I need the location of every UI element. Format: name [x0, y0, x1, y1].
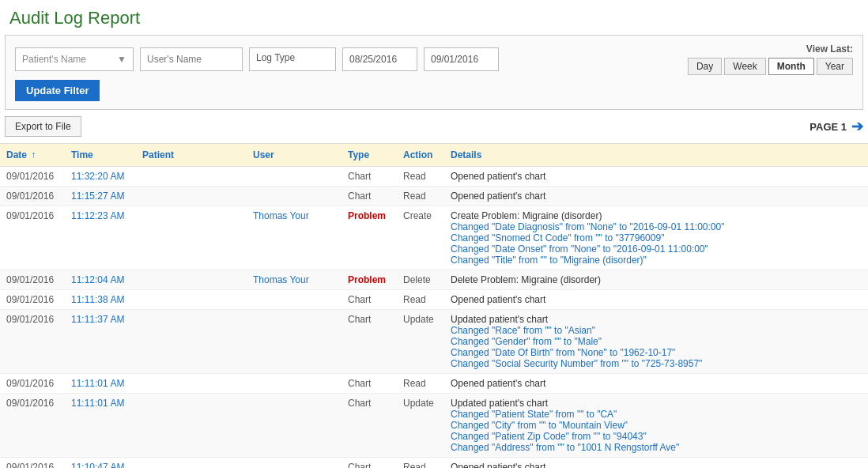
detail-link: Changed "Date Of Birth" from "None" to "…: [451, 347, 862, 358]
view-buttons: Day Week Month Year: [688, 58, 853, 75]
page-label: PAGE 1: [810, 121, 847, 133]
log-table: Date ↑ Time Patient User Type Action Det…: [0, 144, 868, 468]
cell-patient: [136, 206, 247, 270]
update-filter-row: Update Filter: [15, 75, 853, 101]
cell-details: Opened patient's chart: [444, 290, 868, 310]
detail-text: Opened patient's chart: [451, 294, 862, 305]
date-to-input[interactable]: [424, 47, 499, 71]
detail-link: Changed "Patient State" from "" to "CA": [451, 409, 862, 420]
view-year-btn[interactable]: Year: [817, 58, 853, 75]
date-sort-icon: ↑: [31, 149, 36, 160]
view-day-btn[interactable]: Day: [688, 58, 722, 75]
detail-text: Opened patient's chart: [451, 191, 862, 202]
cell-user: Thomas Your: [247, 206, 342, 270]
table-row: 09/01/201611:32:20 AMChartReadOpened pat…: [0, 167, 868, 187]
detail-link: Changed "Address" from "" to "1001 N Ren…: [451, 442, 862, 453]
cell-patient: [136, 290, 247, 310]
cell-time: 11:12:04 AM: [65, 270, 136, 290]
detail-text: Delete Problem: Migraine (disorder): [451, 274, 862, 285]
view-week-btn[interactable]: Week: [724, 58, 765, 75]
view-last-block: View Last: Day Week Month Year: [688, 43, 853, 75]
table-row: 09/01/201611:11:01 AMChartUpdateUpdated …: [0, 394, 868, 458]
cell-user: Thomas Your: [247, 270, 342, 290]
cell-details: Create Problem: Migraine (disorder)Chang…: [444, 206, 868, 270]
cell-time: 11:11:01 AM: [65, 374, 136, 394]
table-row: 09/01/201611:10:47 AMChartReadOpened pat…: [0, 458, 868, 469]
cell-details: Opened patient's chart: [444, 187, 868, 206]
cell-patient: [136, 394, 247, 458]
cell-details: Opened patient's chart: [444, 167, 868, 187]
detail-link: Changed "Title" from "" to "Migraine (di…: [451, 255, 862, 266]
detail-text: Opened patient's chart: [451, 378, 862, 389]
detail-text: Create Problem: Migraine (disorder): [451, 210, 862, 221]
detail-link: Changed "Date Onset" from "None" to "201…: [451, 243, 862, 255]
table-row: 09/01/201611:12:04 AMThomas YourProblemD…: [0, 270, 868, 290]
cell-time: 11:11:37 AM: [65, 310, 136, 374]
cell-date: 09/01/2016: [0, 394, 65, 458]
detail-text: Opened patient's chart: [451, 171, 862, 182]
table-row: 09/01/201611:11:37 AMChartUpdateUpdated …: [0, 310, 868, 374]
cell-action: Delete: [397, 270, 444, 290]
cell-type: Chart: [342, 394, 397, 458]
col-header-date[interactable]: Date ↑: [0, 144, 65, 167]
cell-patient: [136, 310, 247, 374]
cell-action: Update: [397, 310, 444, 374]
cell-type: Problem: [342, 270, 397, 290]
cell-details: Updated patient's chartChanged "Race" fr…: [444, 310, 868, 374]
cell-date: 09/01/2016: [0, 310, 65, 374]
page-wrapper: Audit Log Report Patient's Name ▼ Log Ty…: [0, 0, 868, 468]
table-row: 09/01/201611:12:23 AMThomas YourProblemC…: [0, 206, 868, 270]
update-filter-btn[interactable]: Update Filter: [15, 80, 100, 101]
table-row: 09/01/201611:11:01 AMChartReadOpened pat…: [0, 374, 868, 394]
view-month-btn[interactable]: Month: [768, 58, 814, 75]
cell-date: 09/01/2016: [0, 270, 65, 290]
cell-type: Chart: [342, 187, 397, 206]
log-type-label: Log Type: [256, 52, 295, 63]
detail-link: Changed "Snomed Ct Code" from "" to "377…: [451, 232, 862, 243]
detail-link: Changed "City" from "" to "Mountain View…: [451, 420, 862, 431]
cell-patient: [136, 167, 247, 187]
cell-details: Updated patient's chartChanged "Patient …: [444, 394, 868, 458]
cell-user: [247, 394, 342, 458]
cell-time: 11:32:20 AM: [65, 167, 136, 187]
cell-type: Chart: [342, 167, 397, 187]
cell-action: Read: [397, 167, 444, 187]
export-to-file-btn[interactable]: Export to File: [5, 116, 81, 137]
cell-details: Opened patient's chart: [444, 458, 868, 469]
cell-time: 11:11:01 AM: [65, 394, 136, 458]
cell-date: 09/01/2016: [0, 206, 65, 270]
cell-type: Chart: [342, 458, 397, 469]
col-header-user: User: [247, 144, 342, 167]
cell-date: 09/01/2016: [0, 187, 65, 206]
filter-row: Patient's Name ▼ Log Type View Last: Day…: [15, 43, 853, 75]
cell-time: 11:10:47 AM: [65, 458, 136, 469]
cell-action: Update: [397, 394, 444, 458]
detail-text: Opened patient's chart: [451, 462, 862, 468]
col-header-details: Details: [444, 144, 868, 167]
detail-link: Changed "Patient Zip Code" from "" to "9…: [451, 431, 862, 442]
page-title: Audit Log Report: [0, 0, 868, 35]
cell-type: Chart: [342, 374, 397, 394]
detail-link: Changed "Gender" from "" to "Male": [451, 336, 862, 347]
pagination: PAGE 1 ➔: [810, 118, 863, 135]
cell-action: Create: [397, 206, 444, 270]
cell-user: [247, 167, 342, 187]
detail-text: Updated patient's chart: [451, 314, 862, 325]
col-header-patient: Patient: [136, 144, 247, 167]
detail-link: Changed "Race" from "" to "Asian": [451, 325, 862, 336]
cell-user: [247, 374, 342, 394]
log-type-filter[interactable]: Log Type: [249, 47, 336, 71]
next-page-arrow[interactable]: ➔: [851, 118, 863, 135]
cell-date: 09/01/2016: [0, 458, 65, 469]
cell-user: [247, 310, 342, 374]
col-header-time: Time: [65, 144, 136, 167]
cell-patient: [136, 187, 247, 206]
user-name-input[interactable]: [140, 47, 243, 71]
table-row: 09/01/201611:15:27 AMChartReadOpened pat…: [0, 187, 868, 206]
patient-name-filter[interactable]: Patient's Name ▼: [15, 47, 134, 71]
detail-link: Changed "Social Security Number" from ""…: [451, 358, 862, 369]
col-header-action: Action: [397, 144, 444, 167]
col-header-type: Type: [342, 144, 397, 167]
date-from-input[interactable]: [342, 47, 417, 71]
cell-patient: [136, 374, 247, 394]
